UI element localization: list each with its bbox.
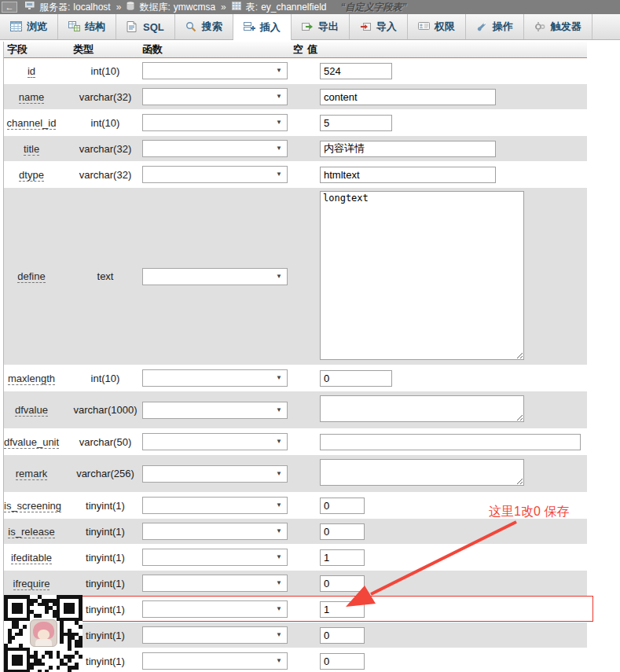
field-name-link[interactable]: dfvalue_unit xyxy=(4,436,59,449)
insert-form: 字段 类型 函数 空 值 idint(10)▼namevarchar(32)▼c… xyxy=(3,42,587,672)
value-input[interactable] xyxy=(320,653,365,670)
table-row: channel_idint(10)▼ xyxy=(4,110,587,136)
function-select[interactable] xyxy=(142,465,288,483)
tab-import[interactable]: 导入 xyxy=(350,14,408,39)
header-type: 类型 xyxy=(73,42,138,57)
annotation-text: 这里1改0 保存 xyxy=(489,504,569,520)
export-icon xyxy=(302,21,314,32)
field-name-link[interactable]: id xyxy=(28,65,35,78)
field-name-link[interactable]: name xyxy=(19,91,45,104)
database-icon xyxy=(127,2,134,13)
field-type: tinyint(1) xyxy=(73,578,138,589)
function-select[interactable] xyxy=(142,88,288,105)
function-select[interactable] xyxy=(142,523,288,540)
value-input[interactable] xyxy=(320,627,365,644)
field-type: int(10) xyxy=(73,65,138,77)
function-select[interactable] xyxy=(142,626,288,644)
value-input[interactable] xyxy=(320,575,365,592)
field-name-link[interactable]: define xyxy=(17,270,45,283)
value-input[interactable] xyxy=(320,115,392,131)
insert-rows: idint(10)▼namevarchar(32)▼channel_idint(… xyxy=(4,58,587,672)
value-input[interactable] xyxy=(320,434,581,450)
value-input[interactable] xyxy=(320,370,392,387)
field-name-link[interactable]: title xyxy=(24,143,39,156)
value-textarea[interactable] xyxy=(320,459,524,486)
table-row: dfvalue_unitvarchar(50)▼ xyxy=(4,429,587,455)
back-button[interactable]: ← xyxy=(2,2,17,13)
table-label: 表: xyxy=(246,1,258,14)
tab-search[interactable]: 搜索 xyxy=(175,14,233,39)
function-select[interactable] xyxy=(142,600,288,618)
value-input[interactable] xyxy=(320,523,365,540)
field-name-link[interactable]: maxlength xyxy=(8,373,55,385)
database-link[interactable]: ymwcmsa xyxy=(174,2,215,13)
function-select[interactable] xyxy=(142,369,288,387)
value-input[interactable] xyxy=(320,89,496,105)
tab-privileges[interactable]: 权限 xyxy=(408,14,466,39)
avatar-body xyxy=(35,639,52,647)
table-row: ifrequiretinyint(1)▼ xyxy=(4,571,587,597)
value-input[interactable] xyxy=(320,601,365,618)
privileges-icon xyxy=(418,21,430,32)
tab-browse[interactable]: 浏览 xyxy=(0,14,58,39)
function-select[interactable] xyxy=(142,268,288,285)
function-select[interactable] xyxy=(142,62,288,79)
tab-structure[interactable]: 结构 xyxy=(58,14,116,39)
tab-label: 触发器 xyxy=(551,20,581,34)
function-select[interactable] xyxy=(142,166,288,183)
tab-label: 插入 xyxy=(260,20,281,35)
header-field: 字段 xyxy=(4,42,73,57)
value-input[interactable] xyxy=(320,63,392,79)
field-type: tinyint(1) xyxy=(73,552,138,564)
tab-label: 操作 xyxy=(493,20,513,34)
field-name-link[interactable]: ifrequire xyxy=(13,578,50,590)
function-select[interactable] xyxy=(142,114,288,131)
field-name-link[interactable]: dfvalue xyxy=(15,404,48,417)
value-input[interactable] xyxy=(320,498,365,514)
tab-operations[interactable]: 操作 xyxy=(466,14,524,39)
grid-header: 字段 类型 函数 空 值 xyxy=(4,42,587,58)
field-name-link[interactable]: dtype xyxy=(19,169,44,182)
field-name-link[interactable]: channel_id xyxy=(7,117,57,130)
field-name-link[interactable]: is_screening xyxy=(4,500,61,512)
field-type: varchar(32) xyxy=(73,143,138,155)
tab-label: 导出 xyxy=(318,20,339,34)
field-type: varchar(256) xyxy=(73,468,138,479)
field-name-link[interactable]: is_release xyxy=(8,526,54,538)
function-select[interactable] xyxy=(142,575,288,592)
tab-sql[interactable]: SQL xyxy=(116,14,175,39)
function-select[interactable] xyxy=(142,140,288,157)
function-select[interactable] xyxy=(142,433,288,450)
breadcrumb-separator: » xyxy=(221,2,226,13)
value-input[interactable] xyxy=(320,141,496,157)
import-icon xyxy=(360,21,372,32)
table-row: tinyint(1)▼ xyxy=(4,622,587,648)
gear-icon xyxy=(534,21,546,32)
tab-label: 结构 xyxy=(85,20,105,34)
field-name-link[interactable]: ifeditable xyxy=(11,552,52,564)
table-link[interactable]: ey_channelfield xyxy=(261,2,326,13)
server-link[interactable]: localhost xyxy=(73,2,110,13)
database-label: 数据库: xyxy=(139,1,170,14)
tab-insert[interactable]: 插入 xyxy=(233,14,292,40)
field-type: tinyint(1) xyxy=(73,526,138,538)
breadcrumb-bar: ← 服务器: localhost » 数据库: ymwcmsa » 表: ey_… xyxy=(0,0,620,14)
function-select[interactable] xyxy=(142,402,288,419)
table-row: tinyint(1)▼ xyxy=(4,597,587,622)
value-input[interactable] xyxy=(320,549,365,566)
function-select[interactable] xyxy=(142,497,288,514)
value-textarea[interactable] xyxy=(320,395,524,422)
table-icon xyxy=(232,2,241,13)
field-type: tinyint(1) xyxy=(73,655,138,667)
wrench-icon xyxy=(476,21,488,32)
tab-export[interactable]: 导出 xyxy=(292,14,350,39)
field-type: varchar(32) xyxy=(73,169,138,181)
value-textarea[interactable] xyxy=(320,191,524,360)
tab-triggers[interactable]: 触发器 xyxy=(524,14,592,39)
field-name-link[interactable]: remark xyxy=(16,468,47,480)
function-select[interactable] xyxy=(142,549,288,566)
table-row: definetext▼ xyxy=(4,188,587,365)
sql-page-icon xyxy=(127,21,138,32)
value-input[interactable] xyxy=(320,167,496,183)
function-select[interactable] xyxy=(142,652,288,670)
